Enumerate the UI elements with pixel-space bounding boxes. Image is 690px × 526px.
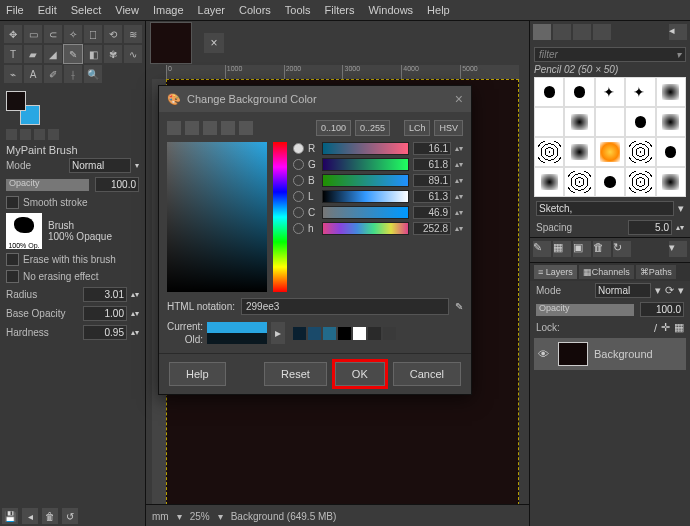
color-field[interactable] — [167, 142, 267, 292]
lch-button[interactable]: LCh — [404, 120, 431, 136]
left-save-icon[interactable]: 💾 — [2, 508, 18, 524]
tab-channels[interactable]: ▦Channels — [579, 265, 634, 279]
hsv-button[interactable]: HSV — [434, 120, 463, 136]
tool-picker[interactable]: ✐ — [44, 65, 62, 83]
channel-value-C[interactable]: 46.9 — [413, 206, 451, 219]
tool-smudge[interactable]: ∿ — [124, 45, 142, 63]
reset-button[interactable]: Reset — [264, 362, 327, 386]
channel-radio-C[interactable] — [293, 207, 304, 218]
channel-slider-L[interactable] — [322, 190, 409, 203]
picker-tab-2[interactable] — [185, 121, 199, 135]
channel-radio-R[interactable] — [293, 143, 304, 154]
html-notation-input[interactable]: 299ee3 — [241, 298, 449, 315]
brushes-tab-icon[interactable] — [533, 24, 551, 40]
tab-device[interactable] — [20, 129, 31, 140]
channel-spin-G[interactable]: ▴▾ — [455, 160, 463, 169]
brush-dup-icon[interactable]: ▣ — [573, 241, 591, 257]
range-100-button[interactable]: 0..100 — [316, 120, 351, 136]
cancel-button[interactable]: Cancel — [393, 362, 461, 386]
status-zoom[interactable]: 25% — [190, 511, 210, 522]
menu-edit[interactable]: Edit — [38, 4, 57, 16]
fg-color[interactable] — [6, 91, 26, 111]
lock-alpha-icon[interactable]: ▦ — [674, 321, 684, 334]
mode-select[interactable]: Normal — [69, 158, 131, 173]
left-reset-icon[interactable]: ↺ — [62, 508, 78, 524]
tool-measure[interactable]: ⟊ — [64, 65, 82, 83]
smooth-stroke-checkbox[interactable] — [6, 196, 19, 209]
tab-paths[interactable]: ⌘Paths — [636, 265, 676, 279]
history-swatch-1[interactable] — [308, 327, 321, 340]
channel-radio-h[interactable] — [293, 223, 304, 234]
channel-slider-G[interactable] — [322, 158, 409, 171]
menu-image[interactable]: Image — [153, 4, 184, 16]
menu-tools[interactable]: Tools — [285, 4, 311, 16]
layer-name[interactable]: Background — [594, 348, 653, 360]
help-button[interactable]: Help — [169, 362, 226, 386]
channel-slider-C[interactable] — [322, 206, 409, 219]
erase-checkbox[interactable] — [6, 253, 19, 266]
left-arrow-icon[interactable]: ◂ — [22, 508, 38, 524]
brush-del-icon[interactable]: 🗑 — [593, 241, 611, 257]
history-swatch-4[interactable] — [353, 327, 366, 340]
tab-undo[interactable] — [48, 129, 59, 140]
brush-preview[interactable]: 100% Op. — [6, 213, 42, 249]
brush-edit-icon[interactable]: ✎ — [533, 241, 551, 257]
tab-tool-options[interactable] — [6, 129, 17, 140]
fonts-tab-icon[interactable] — [573, 24, 591, 40]
history-swatch-6[interactable] — [383, 327, 396, 340]
layer-row[interactable]: 👁 Background — [534, 338, 686, 370]
channel-slider-h[interactable] — [322, 222, 409, 235]
menu-view[interactable]: View — [115, 4, 139, 16]
menu-help[interactable]: Help — [427, 4, 450, 16]
layer-opacity-value[interactable]: 100.0 — [640, 302, 684, 317]
channel-spin-B[interactable]: ▴▾ — [455, 176, 463, 185]
lock-pixels-icon[interactable]: / — [654, 322, 657, 334]
channel-radio-G[interactable] — [293, 159, 304, 170]
opacity-value[interactable]: 100.0 — [95, 177, 139, 192]
history-swatch-0[interactable] — [293, 327, 306, 340]
picker-tab-4[interactable] — [221, 121, 235, 135]
spacing-value[interactable]: 5.0 — [628, 220, 672, 235]
channel-value-R[interactable]: 16.1 — [413, 142, 451, 155]
channel-spin-R[interactable]: ▴▾ — [455, 144, 463, 153]
lock-pos-icon[interactable]: ✛ — [661, 321, 670, 334]
picker-tab-1[interactable] — [167, 121, 181, 135]
visibility-icon[interactable]: 👁 — [538, 348, 552, 360]
tool-bucket[interactable]: ▰ — [24, 45, 42, 63]
brush-gallery[interactable] — [534, 77, 686, 197]
dialog-titlebar[interactable]: 🎨 Change Background Color × — [159, 86, 471, 112]
history-swatch-5[interactable] — [368, 327, 381, 340]
range-255-button[interactable]: 0..255 — [355, 120, 390, 136]
close-icon[interactable]: × — [455, 91, 463, 107]
close-tab-icon[interactable]: × — [204, 33, 224, 53]
swap-arrow-icon[interactable]: ▸ — [271, 322, 285, 344]
hardness-value[interactable]: 0.95 — [83, 325, 127, 340]
channel-slider-B[interactable] — [322, 174, 409, 187]
tool-clone[interactable]: ✾ — [104, 45, 122, 63]
menu-select[interactable]: Select — [71, 4, 102, 16]
tool-path[interactable]: ⌁ — [4, 65, 22, 83]
history-tab-icon[interactable] — [593, 24, 611, 40]
menu-file[interactable]: File — [6, 4, 24, 16]
menu-layer[interactable]: Layer — [198, 4, 226, 16]
tab-menu-icon[interactable]: ◂ — [669, 24, 687, 40]
layer-mode-select[interactable]: Normal — [595, 283, 651, 298]
channel-value-B[interactable]: 89.1 — [413, 174, 451, 187]
tool-mypaint[interactable]: ✎ — [64, 45, 82, 63]
channel-value-G[interactable]: 61.8 — [413, 158, 451, 171]
history-swatch-2[interactable] — [323, 327, 336, 340]
color-swatches[interactable] — [6, 91, 40, 125]
preset-select[interactable]: Sketch, — [536, 201, 674, 216]
channel-spin-h[interactable]: ▴▾ — [455, 224, 463, 233]
status-unit[interactable]: mm — [152, 511, 169, 522]
filter-input[interactable]: filter▾ — [534, 47, 686, 62]
tool-warp[interactable]: ≋ — [124, 25, 142, 43]
channel-value-L[interactable]: 61.3 — [413, 190, 451, 203]
ok-button[interactable]: OK — [335, 362, 385, 386]
channel-spin-C[interactable]: ▴▾ — [455, 208, 463, 217]
menu-colors[interactable]: Colors — [239, 4, 271, 16]
channel-radio-B[interactable] — [293, 175, 304, 186]
channel-slider-R[interactable] — [322, 142, 409, 155]
patterns-tab-icon[interactable] — [553, 24, 571, 40]
tab-layers[interactable]: ≡ Layers — [534, 265, 577, 279]
